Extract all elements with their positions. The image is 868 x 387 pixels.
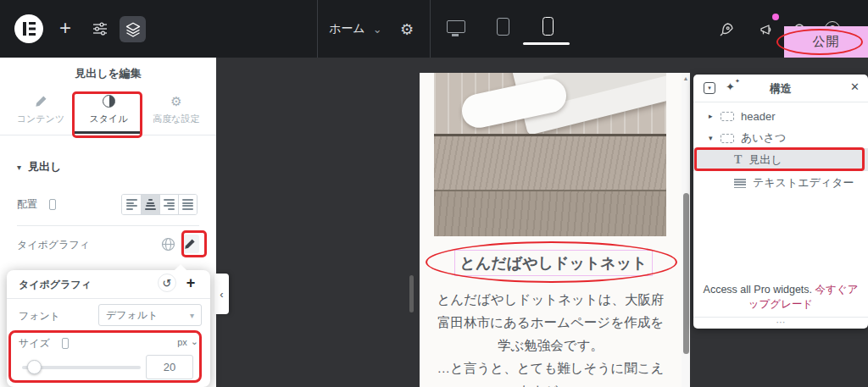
- align-justify-icon: [182, 199, 193, 210]
- tab-style[interactable]: スタイル: [75, 95, 142, 135]
- font-family-select[interactable]: デフォルト ▾: [98, 304, 202, 326]
- text-editor-widget-icon: [734, 179, 746, 188]
- active-device-underline: [523, 42, 570, 45]
- typography-label: タイポグラフィ: [17, 238, 90, 252]
- typography-control-row: タイポグラフィ: [17, 238, 199, 252]
- paragraph-line: 学ぶ勉強会です。: [427, 334, 674, 357]
- preview-scrollbar-thumb[interactable]: [683, 193, 689, 354]
- size-unit-select[interactable]: px ⌄: [177, 336, 198, 347]
- align-left-icon: [126, 199, 137, 210]
- tab-label: 高度な設定: [153, 113, 199, 125]
- notification-dot: [772, 14, 779, 20]
- plus-icon: +: [59, 16, 71, 40]
- align-right-button[interactable]: [159, 195, 178, 214]
- elementor-logo-button[interactable]: [14, 14, 43, 43]
- align-justify-button[interactable]: [178, 195, 197, 214]
- elementor-editor: + ホーム ⌄ ⚙: [0, 0, 868, 387]
- tab-content[interactable]: コンテンツ: [7, 95, 75, 135]
- gear-icon: ⚙: [400, 20, 414, 39]
- text-editor-widget[interactable]: とんだばやしドットネットは、大阪府 富田林市にあるホームページを作成を 学ぶ勉強…: [427, 288, 674, 387]
- structure-toggle-button[interactable]: [120, 16, 146, 42]
- document-title: ホーム: [329, 21, 365, 36]
- container-icon: [721, 112, 734, 121]
- layers-icon: [125, 22, 141, 37]
- structure-divider: [693, 102, 868, 102]
- popup-divider: [7, 298, 210, 299]
- gear-icon: ⚙: [170, 95, 181, 108]
- align-right-icon: [164, 199, 175, 210]
- pro-upgrade-notice: Access all Pro widgets. 今すぐアップグレード: [700, 283, 861, 312]
- global-typography-button[interactable]: [159, 235, 177, 253]
- paragraph-line: ますが、…: [427, 379, 674, 387]
- alignment-control-row: 配置: [17, 197, 199, 212]
- alignment-button-group: [121, 194, 198, 215]
- preview-scrollbar[interactable]: ▲: [682, 73, 690, 387]
- paragraph-line: とんだばやしドットネットは、大阪府: [427, 288, 674, 311]
- plus-icon: +: [186, 274, 196, 292]
- document-switcher[interactable]: ホーム ⌄: [329, 0, 382, 58]
- tree-item-label: header: [741, 110, 775, 123]
- responsive-mobile-icon[interactable]: [49, 199, 56, 210]
- tree-item-aisatsu[interactable]: ▾ あいさつ: [693, 127, 868, 149]
- tab-label: コンテンツ: [17, 113, 64, 125]
- tab-advanced[interactable]: ⚙ 高度な設定: [142, 95, 210, 135]
- pencil-icon: [35, 95, 47, 108]
- responsive-mobile-icon[interactable]: [62, 338, 69, 349]
- container-icon: [721, 134, 734, 143]
- device-desktop-button[interactable]: [442, 0, 470, 53]
- font-size-input[interactable]: [146, 355, 193, 379]
- site-settings-button[interactable]: [90, 19, 110, 39]
- panel-collapse-toggle[interactable]: ‹: [214, 274, 229, 314]
- top-bar: + ホーム ⌄ ⚙: [0, 0, 868, 58]
- chevron-left-icon: ‹: [220, 288, 223, 301]
- add-element-button[interactable]: +: [54, 17, 76, 39]
- heading-text: とんだばやしドットネット: [459, 253, 647, 274]
- selected-heading-widget[interactable]: とんだばやしドットネット: [454, 250, 653, 276]
- caret-down-icon: ▾: [709, 134, 719, 142]
- tablet-icon: [497, 18, 509, 36]
- topbar-divider: [430, 0, 431, 58]
- tab-label: スタイル: [89, 113, 127, 125]
- scroll-up-arrow-icon[interactable]: ▲: [682, 75, 690, 81]
- chevron-down-icon: ⌄: [373, 23, 382, 36]
- typography-popup: タイポグラフィ ↺ + フォント デフォルト ▾ サイズ px ⌄: [7, 270, 210, 387]
- tree-item-heading[interactable]: T 見出し: [693, 148, 868, 171]
- close-icon[interactable]: ✕: [850, 80, 860, 93]
- hero-image-widget[interactable]: [434, 73, 666, 236]
- chevron-down-icon: ⌄: [191, 336, 198, 347]
- page-settings-button[interactable]: ⚙: [397, 19, 417, 40]
- mobile-preview-canvas: とんだばやしドットネット とんだばやしドットネットは、大阪府 富田林市にあるホー…: [420, 73, 682, 387]
- font-label: フォント: [19, 309, 60, 323]
- publish-button[interactable]: 公開: [784, 26, 868, 58]
- add-global-style-button[interactable]: +: [181, 274, 200, 292]
- tree-item-header[interactable]: ▸ header: [693, 105, 868, 127]
- caret-right-icon: ▸: [709, 112, 719, 120]
- checklist-button[interactable]: [716, 19, 737, 40]
- align-center-button[interactable]: [141, 195, 159, 214]
- device-tablet-button[interactable]: [488, 0, 517, 53]
- mobile-icon: [542, 17, 554, 36]
- contrast-icon: [103, 95, 115, 108]
- tree-item-label: テキストエディター: [753, 175, 854, 191]
- tree-item-label: 見出し: [748, 152, 782, 168]
- reset-style-button[interactable]: ↺: [158, 274, 176, 292]
- structure-title: 構造: [693, 81, 868, 97]
- font-size-slider-handle[interactable]: [27, 360, 42, 374]
- paragraph-line: 富田林市にあるホームページを作成を: [427, 311, 674, 334]
- heading-section-toggle[interactable]: ▾ 見出し: [17, 159, 61, 174]
- structure-navigator-panel: ▾ ✦ ✦ 構造 ✕ ▸ header ▾ あいさつ T 見出し テキストエディ…: [693, 75, 868, 329]
- alignment-label: 配置: [17, 197, 37, 212]
- size-unit-value: px: [177, 337, 187, 347]
- editor-scroll-indicator: [409, 275, 414, 312]
- reset-icon: ↺: [163, 277, 172, 290]
- tree-item-text-editor[interactable]: テキストエディター: [693, 172, 868, 194]
- pencil-icon: [184, 238, 196, 250]
- align-left-button[interactable]: [122, 195, 141, 214]
- panel-divider: [17, 225, 199, 226]
- rocket-icon: [719, 22, 734, 37]
- edit-typography-button[interactable]: [181, 235, 199, 253]
- active-tab-underline: [75, 131, 142, 134]
- panel-title: 見出しを編集: [0, 66, 216, 81]
- whats-new-button[interactable]: [756, 19, 776, 40]
- resize-handle-dots-icon[interactable]: ⋯: [693, 317, 868, 328]
